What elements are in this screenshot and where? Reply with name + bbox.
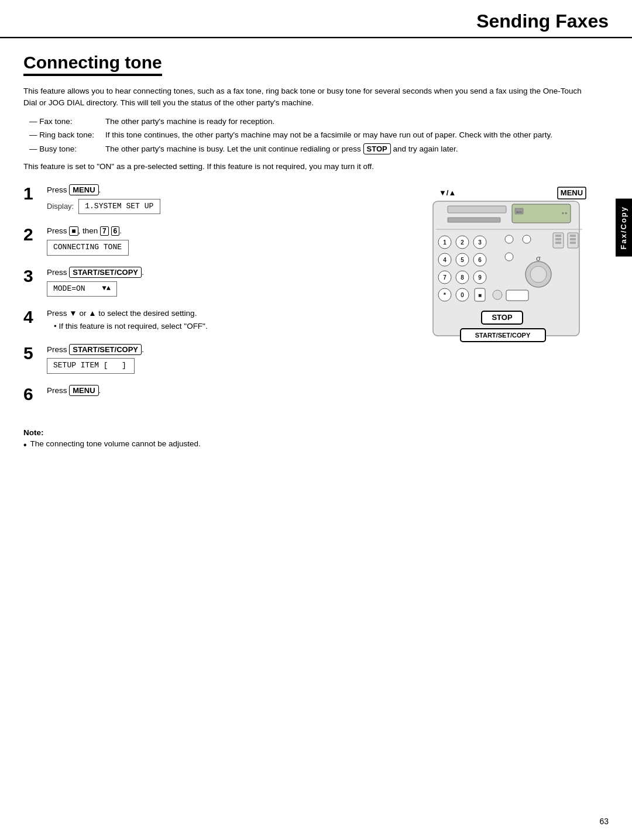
bullet-label-ring: — Ring back tone: [29,129,105,142]
svg-rect-19 [555,242,561,244]
svg-point-15 [523,235,531,243]
side-tab: Fax/Copy [616,199,632,257]
device-diagram-column: °° ⟵ 1 2 3 [421,184,597,414]
bullet-content-fax: The other party's machine is ready for r… [105,115,597,128]
hash-key: ■ [69,226,78,236]
step-2-content: Press ■, then 7 6. CONNECTING TONE [47,225,404,255]
svg-text:9: 9 [478,274,482,281]
svg-text:4: 4 [443,257,446,263]
fax-svg: °° ⟵ 1 2 3 [430,184,588,353]
svg-text:2: 2 [461,239,464,246]
bullet-item-busy: — Busy tone: The other party's machine i… [29,143,597,156]
steps-column: 1 Press MENU. Display: 1.SYSTEM SET UP 2… [23,184,404,414]
bullet-list: — Fax tone: The other party's machine is… [29,115,597,156]
svg-rect-17 [555,235,561,237]
svg-text:5: 5 [461,257,464,263]
svg-rect-18 [555,238,561,240]
svg-rect-22 [570,238,576,240]
header-title: Sending Faxes [476,11,609,32]
two-col-layout: 1 Press MENU. Display: 1.SYSTEM SET UP 2… [23,184,597,414]
svg-text:0: 0 [461,292,464,298]
svg-text:°°: °° [561,212,568,218]
display-box-1: 1.SYSTEM SET UP [78,199,160,215]
bullet-item-ring: — Ring back tone: If this tone continues… [29,129,597,142]
svg-text:⟵: ⟵ [516,210,522,214]
svg-text:8: 8 [461,274,464,281]
menu-key-1: MENU [69,184,98,195]
down-arrow-inline: ▼ [69,309,77,318]
svg-point-46 [493,290,502,299]
step-2-display: CONNECTING TONE [47,240,404,256]
note-bullet: • [23,439,27,450]
svg-text:▼/▲: ▼/▲ [439,188,456,197]
step-1: 1 Press MENU. Display: 1.SYSTEM SET UP [23,184,404,215]
svg-text:3: 3 [478,239,482,246]
note-item: • The connecting tone volume cannot be a… [23,439,597,450]
step-2-number: 2 [23,225,47,244]
page-header: Sending Faxes [0,0,632,38]
svg-rect-6 [448,218,500,222]
display-box-2: CONNECTING TONE [47,240,129,256]
step-1-number: 1 [23,184,47,203]
svg-text:6: 6 [478,257,482,263]
bullet-label-busy: — Busy tone: [29,143,105,156]
step-3-content: Press START/SET/COPY. MODE=ON ▼▲ [47,266,404,297]
svg-text:STOP: STOP [492,313,512,322]
svg-text:*: * [444,291,446,298]
note-section: Note: • The connecting tone volume canno… [23,428,597,450]
svg-text:START/SET/COPY: START/SET/COPY [475,332,531,339]
step-5-content: Press START/SET/COPY. SETUP ITEM [ ] [47,343,404,374]
svg-point-39 [530,266,547,283]
step-1-content: Press MENU. Display: 1.SYSTEM SET UP [47,184,404,215]
bullet-content-busy: The other party's machine is busy. Let t… [105,143,597,156]
step-5-number: 5 [23,343,47,363]
step-5: 5 Press START/SET/COPY. SETUP ITEM [ ] [23,343,404,374]
svg-rect-23 [570,242,576,244]
bullet-label-fax: — Fax tone: [29,115,105,128]
svg-point-14 [505,235,513,243]
step-4-content: Press ▼ or ▲ to select the desired setti… [47,307,404,332]
stop-key-inline: STOP [363,143,391,154]
note-title: Note: [23,428,597,437]
page-number: 63 [599,817,609,826]
mode-box: MODE=ON ▼▲ [47,281,117,297]
intro-text: This feature allows you to hear connecti… [23,85,597,109]
step-3: 3 Press START/SET/COPY. MODE=ON ▼▲ [23,266,404,297]
menu-key-6: MENU [69,385,98,396]
svg-text:MENU: MENU [561,188,583,197]
step-6: 6 Press MENU. [23,384,404,404]
svg-text:7: 7 [443,274,446,281]
step-3-number: 3 [23,266,47,285]
svg-text:■: ■ [478,292,482,298]
step-6-content: Press MENU. [47,384,404,397]
step-3-display: MODE=ON ▼▲ [47,281,404,297]
display-label-1: Display: [47,201,74,213]
up-arrow-inline: ▲ [88,309,96,318]
step-4-sub-bullet: • If this feature is not required, selec… [54,320,404,333]
step-2: 2 Press ■, then 7 6. CONNECTING TONE [23,225,404,255]
step-4: 4 Press ▼ or ▲ to select the desired set… [23,307,404,332]
section-title: Connecting tone [23,53,162,76]
setup-box: SETUP ITEM [ ] [47,358,135,374]
fax-machine-diagram: °° ⟵ 1 2 3 [430,184,588,355]
feature-note: This feature is set to "ON" as a pre-sel… [23,161,597,173]
svg-point-30 [505,253,513,261]
main-content: Connecting tone This feature allows you … [0,39,632,464]
startset-key-3: START/SET/COPY [69,267,142,278]
startset-key-5: START/SET/COPY [69,344,142,355]
key-6: 6 [111,226,120,236]
key-7: 7 [100,226,109,236]
svg-rect-47 [506,290,528,301]
svg-rect-1 [448,206,506,213]
step-4-number: 4 [23,307,47,326]
step-5-display: SETUP ITEM [ ] [47,358,404,374]
step-1-display: Display: 1.SYSTEM SET UP [47,199,404,215]
svg-rect-21 [570,235,576,237]
bullet-item-fax: — Fax tone: The other party's machine is… [29,115,597,128]
bullet-content-ring: If this tone continues, the other party'… [105,129,597,142]
svg-text:1: 1 [443,239,446,246]
note-text: The connecting tone volume cannot be adj… [30,439,201,450]
step-6-number: 6 [23,384,47,404]
